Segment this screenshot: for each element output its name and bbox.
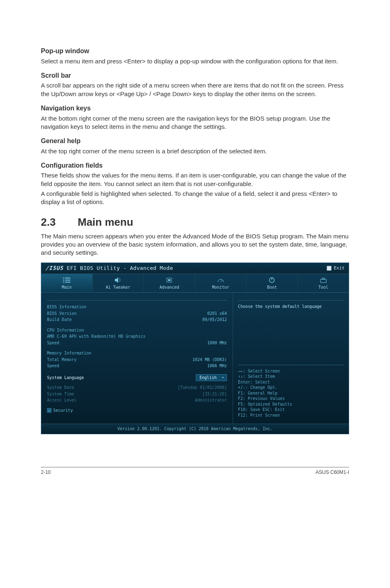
access-level-row: Access Level Administrator [47,397,227,404]
tab-advanced[interactable]: Advanced [144,274,195,293]
config-heading: Configuration fields [41,161,349,170]
scroll-body: A scroll bar appears on the right side o… [41,81,349,98]
svg-rect-5 [65,282,70,283]
main-menu-number: 2.3 [41,215,78,229]
tab-label: Tool [318,285,328,290]
config-body-2: A configurable field is highlighted when… [41,190,349,206]
svg-rect-4 [63,282,64,283]
bios-body: BIOS Information BIOS Version0201 x64 Bu… [41,293,349,424]
system-language-row[interactable]: System Language English [47,373,227,382]
cpu-info-heading: CPU Information [47,328,84,333]
nav-key-line: F12: Print Screen [238,413,344,418]
system-language-select[interactable]: English [196,374,227,382]
exit-button[interactable]: Exit [327,265,345,272]
system-time-row[interactable]: System Time [15:31:20] [47,391,227,397]
help-text: Choose the system default language [238,304,344,310]
cpu-information-group: CPU Information AMD C-60 APU with Radeon… [47,327,227,346]
gauge-icon [217,277,225,283]
tab-label: Main [62,285,72,290]
access-level-value: Administrator [195,397,227,403]
scroll-heading: Scroll bar [41,71,349,80]
navkeys-heading: Navigation keys [41,104,349,113]
nav-key-line: →←: Select Screen [238,368,344,374]
speaker-icon [114,277,122,283]
system-time-value: [15:31:20] [202,391,227,397]
page-footer: 2-10 ASUS C60M1-I [41,467,349,476]
bios-info-heading: BIOS Information [47,304,86,310]
divider [47,300,227,301]
bios-footer: Version 2.00.1201. Copyright (C) 2010 Am… [41,424,349,434]
chip-icon [165,277,173,283]
tab-main[interactable]: Main [41,274,93,293]
help-heading: General help [41,137,349,146]
svg-rect-2 [63,280,64,281]
system-date-row[interactable]: System Date [Tuesday 01/01/2008] [47,384,227,391]
svg-rect-7 [168,279,170,281]
bios-left-panel: BIOS Information BIOS Version0201 x64 Bu… [41,293,233,424]
mem-info-heading: Memory Information [47,350,91,356]
svg-rect-3 [65,280,70,281]
svg-rect-11 [321,279,326,283]
nav-key-line: F5: Optimized Defaults [238,402,344,407]
list-icon [63,277,71,283]
main-menu-body: The Main menu screen appears when you en… [41,232,349,257]
chevron-right-icon: › [47,408,52,413]
exit-icon [327,266,332,271]
nav-key-line: F1: General Help [238,391,344,396]
nav-key-line: ↑↓: Select Item [238,374,344,379]
tab-label: Ai Tweaker [106,285,130,290]
tab-label: Advanced [159,285,179,290]
divider [238,365,344,365]
bios-right-panel: Choose the system default language →←: S… [233,293,349,424]
tab-label: Boot [267,285,277,290]
page-number: 2-10 [41,469,51,476]
svg-line-8 [221,280,222,282]
system-date-label: System Date [47,385,74,391]
divider [238,300,344,301]
bios-title-rest: EFI BIOS Utility - Advanced Mode [63,265,173,271]
product-name: ASUS C60M1-I [316,469,349,476]
mem-speed-value: 1066 MHz [207,363,227,369]
security-row[interactable]: › Security [47,408,227,413]
access-level-label: Access Level [47,397,76,403]
nav-key-line: F2: Previous Values [238,396,344,402]
security-label: Security [53,408,73,413]
bios-tabs: Main Ai Tweaker Advanced Monitor Boot [41,274,349,293]
system-date-value: [Tuesday 01/01/2008] [178,385,227,391]
build-date-label: Build Date [47,317,72,323]
help-body: At the top right corner of the menu scre… [41,147,349,155]
svg-rect-0 [63,278,64,278]
bios-version-label: BIOS Version [47,311,76,316]
tab-boot[interactable]: Boot [247,274,298,293]
build-date-value: 09/05/2012 [202,317,227,323]
svg-rect-12 [322,278,325,279]
nav-key-line: F10: Save ESC: Exit [238,407,344,413]
memory-information-group: Memory Information Total Memory1024 MB (… [47,350,227,369]
nav-key-line: +/-: Change Opt. [238,385,344,391]
cpu-speed-label: Speed [47,340,59,346]
tab-label: Monitor [212,285,229,290]
exit-label: Exit [334,265,345,272]
bios-screenshot: /ISUS EFI BIOS Utility - Advanced Mode E… [41,263,349,434]
tab-ai-tweaker[interactable]: Ai Tweaker [93,274,144,293]
main-menu-title: Main menu [78,216,133,228]
system-time-label: System Time [47,391,74,397]
total-memory-value: 1024 MB (DDR3) [193,357,227,363]
toolbox-icon [319,277,327,283]
bios-title: /ISUS EFI BIOS Utility - Advanced Mode [45,265,173,272]
bios-brand: /ISUS [45,265,63,271]
cpu-name: AMD C-60 APU with Radeon(tm) HD Graphics [47,334,146,339]
main-menu-heading: 2.3Main menu [41,215,349,229]
svg-rect-1 [65,278,70,278]
tab-tool[interactable]: Tool [298,274,349,293]
cpu-speed-value: 1000 MHz [207,340,227,346]
navkeys-body: At the bottom right corner of the menu s… [41,114,349,131]
nav-key-line: Enter: Select [238,379,344,385]
system-language-label: System Language [47,375,84,381]
bios-information-group: BIOS Information BIOS Version0201 x64 Bu… [47,304,227,323]
total-memory-label: Total Memory [47,357,76,363]
power-icon [268,277,276,283]
popup-body: Select a menu item and press <Enter> to … [41,57,349,65]
mem-speed-label: Speed [47,363,59,369]
tab-monitor[interactable]: Monitor [195,274,247,293]
